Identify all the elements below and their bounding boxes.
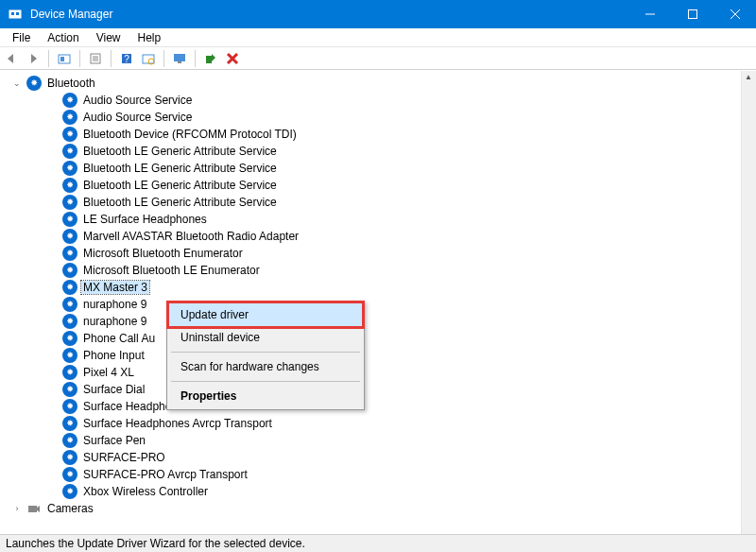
tree-device-item[interactable]: ⁕SURFACE-PRO xyxy=(0,449,741,466)
device-label: Phone Call Au xyxy=(81,332,157,345)
bluetooth-icon: ⁕ xyxy=(62,127,77,142)
tree-device-item[interactable]: ⁕Surface Headphones Avrcp Transport xyxy=(0,415,741,432)
tree-device-item[interactable]: ⁕Xbox Wireless Controller xyxy=(0,483,741,500)
tree-device-item[interactable]: ⁕Pixel 4 XL xyxy=(0,364,741,381)
tree-device-item[interactable]: ⁕Bluetooth Device (RFCOMM Protocol TDI) xyxy=(0,126,741,143)
device-label: Surface Pen xyxy=(81,434,147,447)
device-label: LE Surface Headphones xyxy=(81,213,209,226)
svg-rect-0 xyxy=(9,10,21,18)
tree-device-item[interactable]: ⁕Phone Input xyxy=(0,347,741,364)
device-label: Surface Dial xyxy=(81,383,146,396)
svg-rect-17 xyxy=(174,54,185,61)
uninstall-device-icon[interactable] xyxy=(224,50,241,67)
bluetooth-icon: ⁕ xyxy=(62,246,77,261)
tree-device-item[interactable]: ⁕Phone Call Au xyxy=(0,330,741,347)
bluetooth-icon: ⁕ xyxy=(62,263,77,278)
svg-rect-2 xyxy=(16,12,19,15)
help-icon[interactable]: ? xyxy=(118,50,135,67)
bluetooth-icon: ⁕ xyxy=(62,144,77,159)
menu-view[interactable]: View xyxy=(88,29,129,46)
monitor-icon[interactable] xyxy=(171,50,188,67)
bluetooth-icon: ⁕ xyxy=(62,348,77,363)
forward-button[interactable] xyxy=(25,50,42,67)
tree-device-item[interactable]: ⁕Surface Dial xyxy=(0,381,741,398)
tree-device-item[interactable]: ⁕Microsoft Bluetooth Enumerator xyxy=(0,245,741,262)
tree-device-item[interactable]: ⁕Bluetooth LE Generic Attribute Service xyxy=(0,177,741,194)
back-button[interactable] xyxy=(3,50,20,67)
tree-device-item[interactable]: ⁕MX Master 3 xyxy=(0,279,741,296)
menu-file[interactable]: File xyxy=(4,29,39,46)
bluetooth-icon: ⁕ xyxy=(62,331,77,346)
enable-device-icon[interactable] xyxy=(202,50,219,67)
expand-icon[interactable]: › xyxy=(11,504,23,513)
tree-category-cameras[interactable]: ›Cameras xyxy=(0,500,741,517)
tree-device-item[interactable]: ⁕SURFACE-PRO Avrcp Transport xyxy=(0,466,741,483)
device-label: nuraphone 9 xyxy=(81,315,148,328)
close-button[interactable] xyxy=(713,0,756,28)
camera-icon xyxy=(26,501,42,516)
menu-help[interactable]: Help xyxy=(129,29,170,46)
tree-device-item[interactable]: ⁕Surface Headphones xyxy=(0,398,741,415)
maximize-button[interactable] xyxy=(671,0,713,28)
context-menu-update-driver[interactable]: Update driver xyxy=(169,303,362,326)
tree-device-item[interactable]: ⁕nuraphone 9 xyxy=(0,313,741,330)
bluetooth-icon: ⁕ xyxy=(62,467,77,482)
svg-rect-22 xyxy=(28,506,37,512)
context-menu-uninstall-device[interactable]: Uninstall device xyxy=(169,326,362,349)
tree-category-bluetooth[interactable]: ⌄⁕Bluetooth xyxy=(0,75,741,92)
scroll-up-icon[interactable]: ▲ xyxy=(745,73,752,81)
category-label: Bluetooth xyxy=(45,77,97,90)
context-menu-scan-for-hardware-changes[interactable]: Scan for hardware changes xyxy=(169,355,362,378)
device-label: Bluetooth LE Generic Attribute Service xyxy=(81,179,279,192)
bluetooth-icon: ⁕ xyxy=(62,195,77,210)
bluetooth-icon: ⁕ xyxy=(62,433,77,448)
scan-hardware-icon[interactable] xyxy=(140,50,157,67)
status-text: Launches the Update Driver Wizard for th… xyxy=(6,537,305,550)
bluetooth-icon: ⁕ xyxy=(26,76,42,91)
collapse-icon[interactable]: ⌄ xyxy=(11,78,23,88)
menu-action[interactable]: Action xyxy=(39,29,87,46)
bluetooth-icon: ⁕ xyxy=(62,416,77,431)
tree-device-item[interactable]: ⁕Marvell AVASTAR Bluetooth Radio Adapter xyxy=(0,228,741,245)
tree-device-item[interactable]: ⁕LE Surface Headphones xyxy=(0,211,741,228)
toolbar-separator xyxy=(163,50,164,67)
vertical-scrollbar[interactable]: ▲ xyxy=(741,71,756,534)
bluetooth-icon: ⁕ xyxy=(62,365,77,380)
device-label: SURFACE-PRO Avrcp Transport xyxy=(81,468,249,481)
tree-device-item[interactable]: ⁕Microsoft Bluetooth LE Enumerator xyxy=(0,262,741,279)
toolbar-separator xyxy=(111,50,112,67)
device-label: Phone Input xyxy=(81,349,146,362)
tree-device-item[interactable]: ⁕nuraphone 9 xyxy=(0,296,741,313)
properties-icon[interactable] xyxy=(87,50,104,67)
device-label: Bluetooth LE Generic Attribute Service xyxy=(81,196,279,209)
window-controls xyxy=(628,0,756,28)
device-label: SURFACE-PRO xyxy=(81,451,167,464)
tree-device-item[interactable]: ⁕Audio Source Service xyxy=(0,92,741,109)
svg-text:?: ? xyxy=(124,54,129,64)
device-label: Audio Source Service xyxy=(81,111,194,124)
svg-rect-19 xyxy=(206,56,212,63)
context-menu-properties[interactable]: Properties xyxy=(169,385,362,407)
device-label: Bluetooth LE Generic Attribute Service xyxy=(81,162,279,175)
device-tree[interactable]: ⌄⁕Bluetooth⁕Audio Source Service⁕Audio S… xyxy=(0,71,741,534)
device-label: Microsoft Bluetooth Enumerator xyxy=(81,247,245,260)
show-hidden-icon[interactable] xyxy=(56,50,73,67)
svg-rect-1 xyxy=(11,12,14,15)
tree-device-item[interactable]: ⁕Bluetooth LE Generic Attribute Service xyxy=(0,143,741,160)
bluetooth-icon: ⁕ xyxy=(62,161,77,176)
bluetooth-icon: ⁕ xyxy=(62,382,77,397)
tree-device-item[interactable]: ⁕Bluetooth LE Generic Attribute Service xyxy=(0,160,741,177)
bluetooth-icon: ⁕ xyxy=(62,314,77,329)
menu-separator xyxy=(171,381,360,382)
bluetooth-icon: ⁕ xyxy=(62,110,77,125)
device-label: Surface Headphones Avrcp Transport xyxy=(81,417,274,430)
minimize-button[interactable] xyxy=(628,0,671,28)
tree-device-item[interactable]: ⁕Surface Pen xyxy=(0,432,741,449)
bluetooth-icon: ⁕ xyxy=(62,212,77,227)
svg-rect-8 xyxy=(60,57,64,61)
tree-device-item[interactable]: ⁕Bluetooth LE Generic Attribute Service xyxy=(0,194,741,211)
bluetooth-icon: ⁕ xyxy=(62,399,77,414)
toolbar-separator xyxy=(48,50,49,67)
toolbar-separator xyxy=(79,50,80,67)
tree-device-item[interactable]: ⁕Audio Source Service xyxy=(0,109,741,126)
